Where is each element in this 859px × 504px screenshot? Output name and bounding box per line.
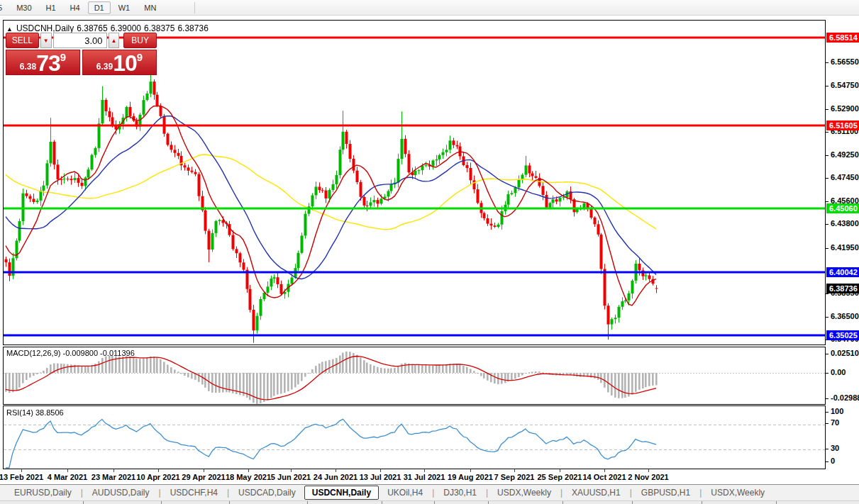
rsi-axis-label: 100 bbox=[831, 407, 843, 415]
chart-tab-gbpusd-h1[interactable]: GBPUSD,H1 bbox=[633, 486, 699, 499]
rsi-label: RSI(14) 38.8506 bbox=[6, 408, 64, 417]
status-strip-tick bbox=[229, 501, 230, 504]
axis-tick-mark bbox=[826, 461, 828, 462]
price-level-badge: 6.35025 bbox=[826, 330, 859, 340]
timeframe-button-d1[interactable]: D1 bbox=[88, 1, 111, 14]
price-axis-label: 6.54750 bbox=[831, 81, 859, 89]
volume-input[interactable] bbox=[53, 33, 107, 48]
date-axis[interactable]: 13 Feb 20214 Mar 202123 Mar 202110 Apr 2… bbox=[0, 469, 826, 484]
date-tick-mark bbox=[514, 469, 515, 472]
sell-price-box[interactable]: 6.38 73 9 bbox=[6, 50, 80, 75]
toolbar-separator bbox=[194, 2, 195, 13]
price-level-badge: 6.40042 bbox=[826, 267, 859, 277]
date-tick-mark bbox=[21, 469, 22, 472]
axis-tick-mark bbox=[826, 373, 828, 374]
macd-axis-label: 0.00 bbox=[831, 368, 846, 376]
date-tick-mark bbox=[204, 469, 204, 472]
chart-tab-dj30-h1[interactable]: DJ30,H1 bbox=[435, 486, 485, 499]
price-axis[interactable]: 6.565506.547506.529006.511006.492506.474… bbox=[826, 16, 859, 483]
status-strip-tick bbox=[307, 501, 308, 504]
buy-price-point: 9 bbox=[137, 51, 143, 63]
date-axis-label: 19 Aug 2021 bbox=[448, 473, 493, 481]
ohlc-low: 6.38375 bbox=[144, 23, 174, 33]
date-axis-label: 13 Jul 2021 bbox=[360, 473, 401, 481]
price-axis-label: 6.49250 bbox=[831, 150, 859, 159]
timeframe-button-h1[interactable]: H1 bbox=[40, 1, 62, 14]
chart-tab-ukoil-h4[interactable]: UKOil,H4 bbox=[379, 486, 431, 499]
status-strip-tick bbox=[434, 501, 435, 504]
trading-terminal-window: 5M30H1H4D1W1MN ▲USDCNH,Daily6.387656.390… bbox=[0, 0, 859, 504]
price-axis-label: 6.52900 bbox=[831, 104, 859, 113]
buy-price-box[interactable]: 6.39 10 9 bbox=[82, 50, 157, 75]
axis-tick-mark bbox=[826, 398, 828, 399]
date-axis-label: 13 Feb 2021 bbox=[0, 473, 43, 481]
axis-tick-mark bbox=[826, 449, 828, 449]
status-strip-tick bbox=[488, 501, 489, 504]
date-axis-label: 23 Mar 2021 bbox=[92, 473, 135, 481]
timeframe-button-m30[interactable]: M30 bbox=[10, 1, 38, 14]
date-axis-label: 4 Mar 2021 bbox=[48, 473, 87, 481]
macd-axis-label: 0.025108 bbox=[831, 349, 859, 357]
sell-price-point: 9 bbox=[60, 51, 66, 63]
status-strip-tick bbox=[632, 501, 633, 504]
timeframe-button-h4[interactable]: H4 bbox=[64, 1, 87, 14]
date-tick-mark bbox=[336, 469, 336, 472]
chart-tab-usdcnh-daily[interactable]: USDCNH,Daily bbox=[304, 486, 379, 500]
date-tick-mark bbox=[380, 469, 381, 472]
axis-tick-mark bbox=[826, 109, 828, 110]
date-tick-mark bbox=[67, 469, 68, 472]
timeframe-button-w1[interactable]: W1 bbox=[112, 1, 137, 14]
rsi-indicator-pane bbox=[3, 405, 826, 469]
ohlc-close: 6.38736 bbox=[177, 23, 208, 33]
axis-tick-mark bbox=[826, 317, 828, 318]
volume-increase-button[interactable]: ▲ bbox=[109, 33, 120, 48]
price-axis-label: 6.36500 bbox=[831, 312, 859, 320]
chart-tab-eurusd-daily[interactable]: EURUSD,Daily bbox=[6, 486, 80, 499]
rsi-axis-label: 30 bbox=[831, 444, 839, 452]
date-axis-label: 14 Oct 2021 bbox=[582, 473, 626, 481]
price-axis-label: 6.41950 bbox=[831, 243, 859, 252]
axis-tick-mark bbox=[826, 293, 828, 294]
chart-tab-audusd-daily[interactable]: AUDUSD,Daily bbox=[84, 486, 158, 499]
axis-tick-mark bbox=[826, 354, 828, 354]
chart-tab-usdx-weekly[interactable]: USDX,Weekly bbox=[489, 486, 560, 499]
price-level-badge: 6.51605 bbox=[826, 121, 859, 130]
sell-button[interactable]: SELL bbox=[6, 33, 39, 48]
ohlc-high: 6.39000 bbox=[111, 23, 141, 33]
axis-tick-mark bbox=[826, 412, 828, 413]
status-strip-tick bbox=[776, 501, 777, 504]
bottom-status-strip bbox=[0, 500, 859, 504]
date-tick-mark bbox=[113, 469, 114, 472]
date-tick-mark bbox=[470, 469, 471, 472]
date-axis-label: 2 Nov 2021 bbox=[628, 473, 668, 481]
axis-tick-mark bbox=[826, 62, 828, 63]
axis-tick-mark bbox=[826, 132, 828, 133]
axis-tick-mark bbox=[826, 86, 828, 86]
date-axis-label: 5 Jun 2021 bbox=[271, 473, 311, 481]
axis-tick-mark bbox=[826, 423, 828, 424]
chart-tab-usdcad-daily[interactable]: USDCAD,Daily bbox=[230, 486, 304, 499]
timeframe-toolbar: 5M30H1H4D1W1MN bbox=[0, 0, 859, 16]
rsi-axis-label: 70 bbox=[831, 418, 839, 427]
status-strip-tick bbox=[562, 501, 563, 504]
one-click-trade-panel: SELL ▼ ▲ BUY 6.38 73 9 6.39 10 9 bbox=[6, 33, 157, 75]
axis-tick-mark bbox=[826, 201, 828, 202]
chart-tab-xauusd-h1[interactable]: XAUUSD,H1 bbox=[563, 486, 629, 499]
rsi-canvas[interactable] bbox=[4, 406, 825, 469]
chart-tab-usdx-weekly[interactable]: USDX,Weekly bbox=[702, 486, 773, 499]
macd-label: MACD(12,26,9) -0.009800 -0.011396 bbox=[6, 349, 135, 357]
timeframe-button-mn[interactable]: MN bbox=[138, 1, 162, 14]
date-axis-label: 10 Apr 2021 bbox=[136, 473, 179, 481]
collapse-panel-icon[interactable]: ▲ bbox=[6, 26, 13, 33]
buy-price-whole: 6.39 bbox=[96, 62, 113, 72]
date-tick-mark bbox=[648, 469, 649, 472]
buy-price-pips: 10 bbox=[113, 52, 137, 74]
chart-tab-usdchf-h4[interactable]: USDCHF,H4 bbox=[162, 486, 226, 499]
ohlc-open: 6.38765 bbox=[77, 23, 107, 33]
buy-button[interactable]: BUY bbox=[123, 33, 157, 48]
volume-decrease-button[interactable]: ▼ bbox=[40, 33, 52, 48]
date-axis-label: 31 Jul 2021 bbox=[404, 473, 445, 481]
timeframe-button-5[interactable]: 5 bbox=[0, 1, 9, 14]
axis-tick-mark bbox=[826, 248, 828, 249]
date-tick-mark bbox=[248, 469, 249, 472]
